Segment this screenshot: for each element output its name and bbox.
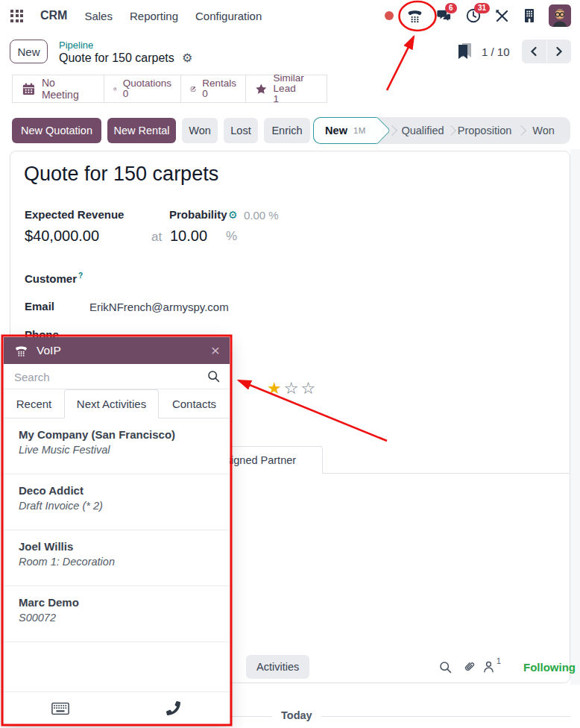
voip-tab-contacts[interactable]: Contacts: [159, 389, 230, 418]
percent-sign: %: [226, 229, 237, 244]
new-rental-button[interactable]: New Rental: [107, 118, 176, 143]
edit-document-icon: [190, 82, 196, 96]
list-item-name: Deco Addict: [19, 484, 215, 497]
lead-title[interactable]: Quote for 150 carpets: [24, 163, 218, 186]
lost-button[interactable]: Lost: [224, 118, 258, 143]
smart-buttons-row: No Meeting Quotations0 Rentals0 Similar …: [12, 75, 327, 103]
list-item[interactable]: Joel Willis Room 1: Decoration: [4, 530, 230, 586]
page-background-strip: [570, 149, 580, 685]
user-avatar[interactable]: [549, 4, 571, 27]
offline-status-dot: [385, 11, 394, 20]
followers-icon[interactable]: [482, 659, 496, 677]
voip-close-icon[interactable]: ×: [211, 340, 220, 361]
voip-search-row: [4, 364, 230, 389]
activities-clock-icon[interactable]: 31: [465, 7, 482, 24]
star-filled-icon[interactable]: ★: [267, 379, 284, 398]
list-item-subtitle: S00072: [19, 612, 215, 624]
tools-icon[interactable]: [494, 8, 510, 24]
calendar-icon: [22, 82, 36, 96]
voip-activity-list: My Company (San Francisco) Live Music Fe…: [4, 418, 230, 642]
breadcrumb-pipeline-link[interactable]: Pipeline: [59, 40, 93, 51]
list-item-subtitle: Live Music Festival: [19, 444, 215, 456]
bookmark-icon[interactable]: [456, 42, 473, 63]
new-quotation-button[interactable]: New Quotation: [12, 118, 101, 143]
smart-button-label: Rentals: [202, 78, 236, 89]
messages-icon[interactable]: 6: [436, 7, 453, 24]
stage-new-active[interactable]: New 1M: [313, 117, 377, 144]
rentals-smart-button[interactable]: Rentals0: [180, 75, 246, 103]
voip-tab-next-activities[interactable]: Next Activities: [64, 389, 159, 418]
star-empty-icon[interactable]: ☆: [284, 379, 301, 398]
voip-footer: [4, 691, 230, 724]
stage-won[interactable]: Won: [526, 117, 561, 144]
won-button[interactable]: Won: [182, 118, 218, 143]
stage-label: New: [325, 125, 347, 136]
chatter-search-icon[interactable]: [438, 660, 453, 677]
activities-button[interactable]: Activities: [246, 655, 309, 679]
messages-badge: 6: [445, 3, 457, 13]
list-item-subtitle: Draft Invoice (* 2): [19, 500, 215, 512]
probability-gear-icon[interactable]: ⚙: [228, 209, 238, 221]
list-item[interactable]: My Company (San Francisco) Live Music Fe…: [4, 418, 230, 474]
list-item-name: My Company (San Francisco): [19, 428, 215, 441]
smart-button-count: 1: [274, 94, 318, 104]
pager-previous-button[interactable]: [522, 40, 546, 63]
new-record-button[interactable]: New: [10, 40, 48, 63]
voip-search-input[interactable]: [14, 365, 193, 388]
breadcrumb-record-title: Quote for 150 carpets: [59, 51, 174, 65]
nav-menu-crm[interactable]: CRM: [40, 9, 67, 22]
probability-field[interactable]: 10.00: [170, 228, 207, 245]
list-item-name: Joel Willis: [19, 540, 215, 553]
nav-menu-configuration[interactable]: Configuration: [195, 10, 262, 22]
voip-phone-icon: [14, 344, 28, 358]
edit-document-icon: [113, 82, 117, 96]
voip-phone-icon[interactable]: [406, 7, 423, 25]
smart-button-count: 0: [123, 89, 171, 99]
expected-revenue-field[interactable]: $40,000.00: [25, 228, 99, 245]
voip-header[interactable]: VoIP ×: [4, 337, 230, 364]
email-field[interactable]: ErikNFrench@armyspy.com: [89, 301, 229, 313]
stage-qualified[interactable]: Qualified: [396, 117, 450, 144]
customer-label: Customer?: [25, 272, 83, 285]
voip-tabs: Recent Next Activities Contacts: [4, 389, 230, 418]
star-empty-icon[interactable]: ☆: [300, 379, 318, 398]
enrich-button[interactable]: Enrich: [264, 118, 310, 143]
voip-title: VoIP: [37, 344, 61, 357]
at-label: at: [151, 230, 162, 245]
smart-button-count: 0: [202, 89, 236, 99]
company-building-icon[interactable]: [523, 7, 536, 24]
similar-lead-smart-button[interactable]: Similar Lead1: [245, 75, 327, 103]
attachment-paperclip-icon[interactable]: [461, 659, 476, 677]
smart-button-label: Quotations: [123, 78, 171, 89]
nav-menu-reporting[interactable]: Reporting: [130, 10, 178, 22]
stage-proposition[interactable]: Proposition: [453, 117, 516, 144]
follower-count: 1: [497, 656, 501, 665]
annotation-arrow-to-phone: [387, 37, 414, 90]
top-navbar: CRM Sales Reporting Configuration 6 31: [0, 0, 580, 31]
voip-tab-recent[interactable]: Recent: [4, 389, 64, 418]
voip-search-icon[interactable]: [207, 369, 221, 386]
keypad-keyboard-icon[interactable]: [4, 692, 117, 724]
list-item-subtitle: Room 1: Decoration: [19, 556, 215, 568]
odoo-crm-window: CRM Sales Reporting Configuration 6 31: [0, 0, 580, 728]
activities-badge: 31: [474, 3, 490, 13]
following-toggle[interactable]: Following: [523, 661, 576, 674]
probability-label: Probability: [169, 208, 227, 221]
record-pager: [522, 40, 571, 63]
apps-grid-icon[interactable]: [10, 10, 23, 22]
meetings-smart-button[interactable]: No Meeting: [12, 75, 104, 103]
call-phone-icon[interactable]: [117, 692, 230, 724]
quotations-smart-button[interactable]: Quotations0: [104, 75, 181, 103]
list-item-name: Marc Demo: [19, 596, 215, 609]
expected-revenue-label: Expected Revenue: [25, 208, 124, 221]
list-item[interactable]: Marc Demo S00072: [4, 586, 230, 642]
action-menu-gear-icon[interactable]: ⚙: [182, 51, 192, 65]
pager-next-button[interactable]: [546, 40, 572, 63]
list-item[interactable]: Deco Addict Draft Invoice (* 2): [4, 474, 230, 530]
email-label: Email: [25, 300, 54, 313]
star-icon: [255, 81, 268, 97]
date-divider-label: Today: [272, 709, 321, 721]
nav-menu-sales[interactable]: Sales: [84, 10, 113, 22]
priority-stars[interactable]: ★☆☆: [267, 379, 318, 398]
customer-help-sup: ?: [78, 272, 83, 280]
